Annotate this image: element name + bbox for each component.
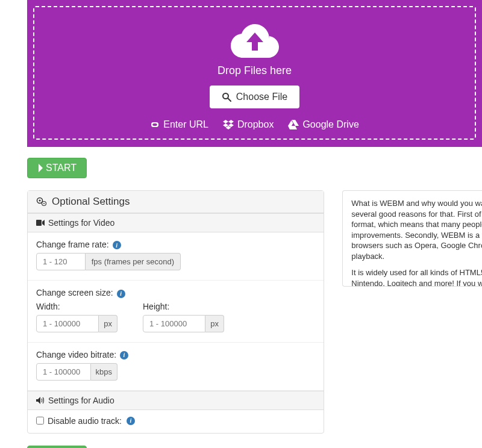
bitrate-label: Change video bitrate: i (36, 350, 315, 359)
enter-url-link[interactable]: Enter URL (150, 119, 208, 130)
info-panel: What is WEBM and why would you want seve… (342, 190, 482, 287)
width-label: Width: (36, 302, 117, 311)
google-drive-link[interactable]: Google Drive (288, 119, 358, 130)
gears-icon (36, 197, 47, 207)
screen-size-label: Change screen size: i (36, 288, 315, 297)
width-unit: px (99, 315, 117, 332)
start-button-top[interactable]: START (27, 158, 87, 178)
screen-size-group: Change screen size: i Width: px Height: … (28, 281, 324, 342)
link-icon (150, 120, 160, 129)
svg-rect-6 (36, 220, 42, 226)
dropzone[interactable]: Drop Files here Choose File Enter URL Dr… (27, 0, 482, 147)
audio-settings-heading: Settings for Audio (28, 391, 324, 410)
cloud-upload-icon (231, 24, 279, 58)
svg-point-3 (39, 200, 41, 202)
frame-rate-group: Change frame rate: i fps (frames per sec… (28, 232, 324, 281)
bitrate-input[interactable] (36, 363, 91, 381)
optional-settings-panel: Optional Settings Settings for Video Cha… (27, 190, 324, 434)
video-settings-heading: Settings for Video (28, 213, 324, 232)
info-icon[interactable]: i (117, 290, 125, 298)
search-icon (222, 92, 231, 102)
info-icon[interactable]: i (127, 417, 135, 425)
choose-file-button[interactable]: Choose File (210, 86, 299, 108)
svg-point-5 (43, 203, 45, 204)
frame-rate-label: Change frame rate: i (36, 240, 315, 249)
height-label: Height: (143, 302, 224, 311)
width-input[interactable] (36, 315, 99, 332)
google-drive-icon (288, 120, 299, 129)
disable-audio-row: Disable audio track: i (28, 410, 324, 433)
frame-rate-unit: fps (frames per second) (86, 253, 181, 270)
disable-audio-checkbox[interactable] (36, 417, 44, 425)
disable-audio-label: Disable audio track: (48, 416, 122, 426)
info-icon[interactable]: i (113, 241, 121, 249)
bitrate-unit: kbps (91, 363, 117, 381)
dropbox-link[interactable]: Dropbox (223, 119, 274, 130)
chevron-right-icon (37, 164, 43, 172)
height-unit: px (205, 315, 224, 332)
bitrate-group: Change video bitrate: i kbps (28, 343, 324, 391)
choose-file-label: Choose File (236, 92, 287, 102)
optional-settings-heading: Optional Settings (28, 191, 324, 213)
video-camera-icon (36, 219, 45, 226)
drop-files-label: Drop Files here (46, 64, 463, 77)
dropbox-icon (223, 120, 234, 129)
frame-rate-input[interactable] (36, 253, 86, 270)
height-input[interactable] (143, 315, 205, 332)
svg-line-1 (228, 98, 231, 101)
dropzone-links: Enter URL Dropbox Google Drive (46, 119, 463, 130)
info-icon[interactable]: i (120, 351, 128, 359)
start-button-bottom[interactable]: START (27, 446, 87, 448)
volume-icon (36, 397, 45, 404)
dropzone-inner: Drop Files here Choose File Enter URL Dr… (33, 6, 476, 140)
